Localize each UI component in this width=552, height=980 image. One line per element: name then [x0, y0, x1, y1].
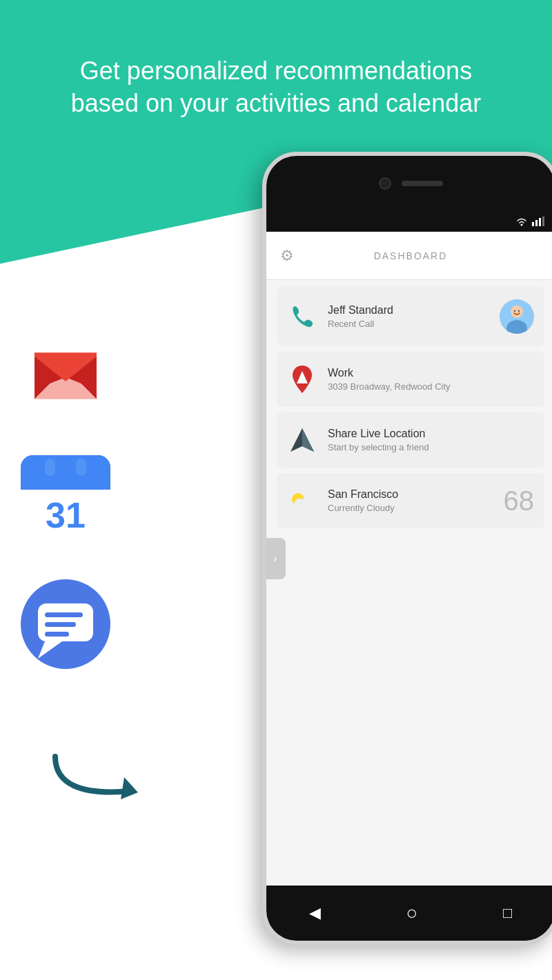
share-location-icon — [287, 425, 317, 455]
recents-button[interactable]: □ — [503, 904, 512, 922]
phone-outer-shell: ⚙ DASHBOARD › Jeff Standard Recent Call — [262, 152, 552, 945]
live-location-content: Share Live Location Start by selecting a… — [328, 428, 534, 452]
svg-rect-24 — [542, 217, 544, 226]
hero-section: Get personalized recommendations based o… — [0, 55, 552, 120]
signal-icon — [532, 217, 544, 226]
work-address: 3039 Broadway, Redwood City — [328, 381, 534, 392]
svg-rect-21 — [532, 222, 534, 226]
svg-point-38 — [302, 499, 310, 507]
side-chevron-button[interactable]: › — [266, 538, 286, 579]
jeff-standard-card[interactable]: Jeff Standard Recent Call — [277, 287, 544, 346]
work-card-content: Work 3039 Broadway, Redwood City — [328, 367, 534, 392]
svg-point-31 — [518, 310, 520, 312]
svg-rect-10 — [45, 459, 55, 476]
svg-rect-16 — [45, 612, 83, 617]
phone-speaker — [402, 181, 443, 186]
gmail-icon-svg — [34, 352, 97, 400]
svg-rect-23 — [539, 218, 541, 226]
phone-mockup: ⚙ DASHBOARD › Jeff Standard Recent Call — [262, 152, 552, 945]
calendar-app-icon[interactable]: 31 — [21, 455, 110, 545]
phone-call-icon — [287, 301, 317, 332]
svg-rect-11 — [76, 459, 86, 476]
hero-heading: Get personalized recommendations based o… — [28, 55, 524, 120]
phone-screen: ⚙ DASHBOARD › Jeff Standard Recent Call — [266, 232, 552, 886]
work-card[interactable]: Work 3039 Broadway, Redwood City — [277, 352, 544, 407]
calendar-icon-svg: 31 — [21, 455, 110, 545]
svg-rect-9 — [21, 469, 110, 490]
live-location-subtitle: Start by selecting a friend — [328, 442, 534, 452]
messages-app-icon[interactable] — [21, 579, 110, 669]
back-button[interactable]: ◀ — [309, 904, 321, 922]
bottom-arrow-icon — [41, 736, 152, 821]
settings-icon[interactable]: ⚙ — [280, 247, 294, 265]
phone-camera — [379, 177, 391, 190]
svg-point-20 — [521, 224, 523, 226]
phone-top-bar — [266, 156, 552, 211]
app-icons-list: 31 — [21, 331, 110, 669]
svg-rect-18 — [45, 632, 69, 637]
svg-marker-19 — [121, 777, 138, 799]
weather-card[interactable]: San Francisco Currently Cloudy 68 — [277, 473, 544, 528]
weather-icon — [287, 486, 317, 516]
work-title: Work — [328, 367, 534, 379]
phone-nav-bar: ◀ ○ □ — [266, 886, 552, 941]
jeff-card-content: Jeff Standard Recent Call — [328, 304, 489, 329]
jeff-avatar — [500, 299, 534, 334]
svg-marker-34 — [302, 428, 314, 452]
status-icons — [515, 217, 544, 226]
svg-rect-17 — [45, 622, 76, 627]
wifi-icon — [515, 217, 529, 226]
work-location-icon — [287, 364, 317, 394]
svg-point-30 — [514, 310, 515, 312]
messages-icon-svg — [21, 579, 110, 669]
dashboard-title: DASHBOARD — [374, 250, 448, 261]
dashboard-cards-container: Jeff Standard Recent Call — [266, 280, 552, 535]
svg-text:31: 31 — [46, 495, 86, 535]
svg-point-28 — [511, 306, 523, 318]
svg-rect-22 — [535, 220, 538, 226]
gmail-app-icon[interactable] — [21, 331, 110, 421]
status-bar — [266, 211, 552, 232]
jeff-name: Jeff Standard — [328, 304, 489, 317]
jeff-subtitle: Recent Call — [328, 319, 489, 329]
home-button[interactable]: ○ — [406, 902, 417, 924]
live-location-title: Share Live Location — [328, 428, 534, 440]
dashboard-header: ⚙ DASHBOARD — [266, 232, 552, 280]
live-location-card[interactable]: Share Live Location Start by selecting a… — [277, 412, 544, 468]
temperature-display: 68 — [504, 486, 535, 517]
